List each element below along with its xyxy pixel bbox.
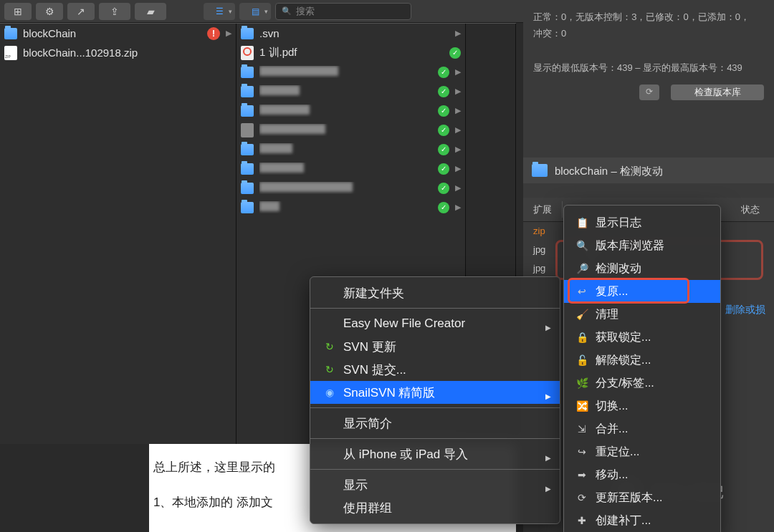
menu-item-label: 切换... [596,399,628,414]
menu-item[interactable]: 从 iPhone 或 iPad 导入 [310,442,560,465]
tag-icon-btn[interactable]: ▰ [135,3,166,20]
file-name: blockChain...102918.zip [23,47,231,59]
folder-icon [532,164,548,177]
sort-dropdown[interactable]: ☰ [204,3,235,20]
menu-item[interactable]: ↪重定位... [564,440,720,463]
status-ok-icon: ✓ [438,163,449,175]
pdf-icon [241,46,254,60]
menu-item[interactable]: ⟳更新至版本... [564,486,720,509]
menu-item[interactable]: 🔎检测改动 [564,257,720,280]
status-ok-icon: ✓ [449,47,461,59]
search-placeholder: 搜索 [296,5,315,18]
gear-icon-btn[interactable]: ⚙ [36,3,63,20]
menu-item[interactable]: 新建文件夹 [310,281,560,304]
menu-item-icon: 🔀 [575,400,588,412]
file-row[interactable]: ✓▶ [236,140,465,159]
blurred-name [259,105,310,115]
menu-item-icon: ↻ [323,364,336,375]
file-row[interactable]: ✓▶ [236,159,465,178]
share-icon-btn[interactable]: ⇪ [99,3,130,20]
file-name: 1 训.pdf [259,46,444,59]
menu-separator [310,438,560,439]
file-row[interactable]: blockChain...102918.zip [0,43,236,62]
menu-item[interactable]: ⇲合并... [564,417,720,440]
chevron-icon: ▶ [455,125,461,135]
menu-item[interactable]: ↩复原... [564,280,720,303]
folder-icon [241,67,254,78]
file-icon [241,123,254,137]
file-row[interactable]: ✓▶ [236,178,465,198]
reload-button[interactable]: ⟳ [639,84,659,100]
menu-item[interactable]: ✚创建补丁... [564,509,720,532]
context-menu-main[interactable]: 新建文件夹Easy New File Creator↻SVN 更新↻SVN 提交… [310,276,560,524]
file-row[interactable]: ✓▶ [236,62,465,82]
info-header-title: blockChain – 检测改动 [555,161,663,180]
file-row[interactable]: .svn▶ [236,24,465,43]
file-row[interactable]: ✓▶ [236,82,465,101]
action-dropdown[interactable]: ▤ [239,3,271,20]
menu-item[interactable]: 🧹清理 [564,303,720,326]
menu-item[interactable]: 🔓解除锁定... [564,349,720,372]
check-repo-button[interactable]: 检查版本库 [671,84,764,100]
menu-item[interactable]: 使用群组 [310,496,560,519]
folder-icon [241,86,254,97]
col-state[interactable]: 状态 [731,201,774,218]
menu-item-icon: ✚ [575,515,588,526]
folder-icon [4,28,17,39]
chevron-icon: ▶ [455,106,461,115]
menu-item[interactable]: 🔀切换... [564,395,720,417]
chevron-icon: ▶ [455,29,461,38]
file-row[interactable]: ✓▶ [236,120,465,140]
menu-item-label: 清理 [596,307,618,322]
chevron-icon: ▶ [455,183,461,193]
file-row[interactable]: 1 训.pdf✓ [236,43,465,62]
menu-item[interactable]: 🌿分支/标签... [564,372,720,395]
chevron-icon: ▶ [455,67,461,77]
ext-cell: jpg [533,260,558,276]
menu-item-icon: 🔓 [575,354,588,366]
file-row[interactable]: ✓▶ [236,198,465,217]
menu-item[interactable]: 📋显示日志 [564,211,720,234]
menu-item-label: 新建文件夹 [343,285,404,301]
blurred-name [259,66,338,76]
menu-item[interactable]: ↻SVN 更新 [310,335,560,358]
menu-item-icon: ⟳ [575,492,588,503]
menu-item-label: 重定位... [596,445,639,460]
chevron-icon: ▶ [455,164,461,173]
menu-item-label: 检测改动 [596,261,641,276]
menu-item[interactable]: 🔒获取锁定... [564,326,720,349]
menu-separator [310,308,560,309]
menu-item-icon: 🧹 [575,309,588,320]
menu-item[interactable]: ↻SVN 提交... [310,358,560,381]
blurred-name [259,85,300,95]
search-input[interactable]: 搜索 [275,3,411,20]
status-ok-icon: ✓ [438,144,449,155]
file-name: .svn [259,27,449,39]
file-row[interactable]: blockChain!▶ [0,24,236,43]
menu-item[interactable]: 🔍版本库浏览器 [564,234,720,257]
menu-item[interactable]: Easy New File Creator [310,312,560,335]
delete-link[interactable]: 删除或损 [725,301,765,319]
menu-item[interactable]: ➡移动... [564,463,720,486]
arrow-icon-btn[interactable]: ↗ [67,3,95,20]
menu-item-label: 分支/标签... [596,376,654,391]
menu-item-icon: ➡ [575,469,588,480]
stats-line1: 正常：0，无版本控制：3，已修改：0，已添加：0， [533,9,764,25]
menu-item-label: 更新至版本... [596,490,662,506]
info-header: blockChain – 检测改动 [523,158,774,183]
file-row[interactable]: ✓▶ [236,101,465,120]
context-menu-snailsvn[interactable]: 📋显示日志🔍版本库浏览器🔎检测改动↩复原...🧹清理🔒获取锁定...🔓解除锁定.… [563,205,721,532]
menu-item[interactable]: 显示简介 [310,412,560,435]
menu-item[interactable]: ◉SnailSVN 精简版 [310,381,560,404]
status-ok-icon: ✓ [438,105,449,117]
chevron-icon: ▶ [455,203,461,212]
menu-separator [310,469,560,470]
menu-item-label: 显示日志 [596,216,641,231]
blurred-name [259,143,292,153]
status-ok-icon: ✓ [438,86,449,97]
menu-item-label: 移动... [596,468,628,483]
view-icon-btn[interactable]: ⊞ [4,3,32,20]
col-ext[interactable]: 扩展 [523,201,563,218]
menu-item[interactable]: 显示 [310,473,560,496]
menu-item-label: SVN 更新 [343,339,396,355]
